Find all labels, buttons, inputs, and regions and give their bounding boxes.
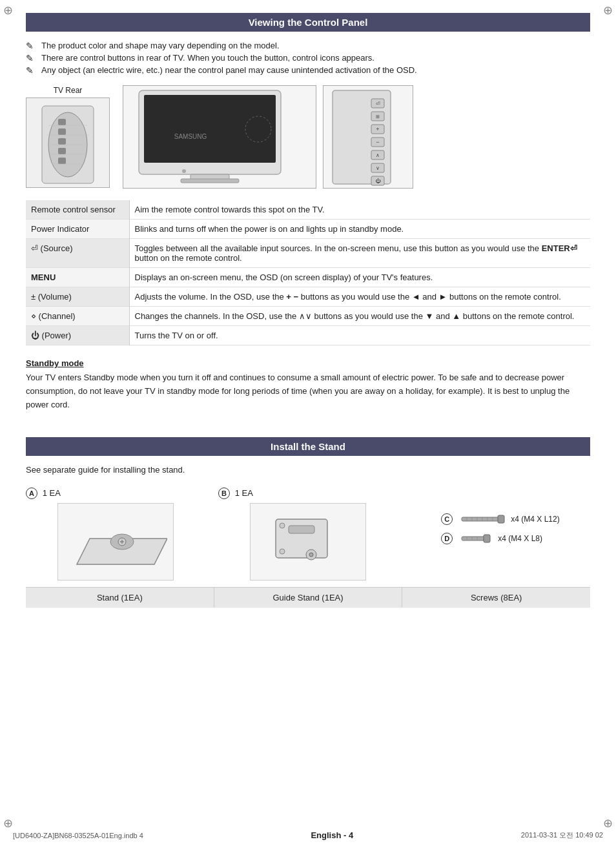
stand-item-b-label: B 1 EA: [218, 488, 253, 499]
svg-point-42: [309, 553, 313, 557]
svg-point-18: [182, 169, 186, 173]
table-cell-desc: Blinks and turns off when the power is o…: [129, 220, 590, 239]
standby-text: Your TV enters Standby mode when you tur…: [26, 371, 590, 411]
footer-center: English - 4: [311, 830, 353, 840]
svg-rect-3: [58, 128, 66, 135]
svg-rect-15: [181, 179, 239, 183]
svg-rect-46: [498, 515, 504, 523]
page-footer: [UD6400-ZA]BN68-03525A-01Eng.indb 4 Engl…: [0, 830, 616, 840]
note-item: Any object (an electric wire, etc.) near…: [26, 65, 590, 75]
stand-illustration-a: [57, 503, 174, 581]
install-stand-section: Install the Stand See separate guide for…: [26, 437, 590, 608]
note-item: There are control buttons in rear of TV.…: [26, 53, 590, 63]
svg-text:+: +: [376, 126, 379, 132]
standby-section: Standby mode Your TV enters Standby mode…: [26, 358, 590, 411]
standby-title: Standby mode: [26, 358, 590, 368]
svg-text:⊞: ⊞: [376, 114, 380, 119]
table-row: Remote control sensor Aim the remote con…: [26, 200, 590, 220]
stand-items-container: A 1 EA B 1 EA: [26, 488, 590, 581]
table-cell-desc: Changes the channels. In the OSD, use th…: [129, 307, 590, 326]
table-cell-label: Remote control sensor: [26, 200, 129, 220]
crosshair-bottom-left: ⊕: [3, 816, 13, 830]
note-item: The product color and shape may vary dep…: [26, 41, 590, 50]
svg-rect-2: [58, 119, 66, 125]
install-stand-header: Install the Stand: [26, 437, 590, 456]
letter-c: C: [441, 513, 453, 525]
table-row: ⋄ (Channel) Changes the channels. In the…: [26, 307, 590, 326]
tv-right-panel-image: ⏎ ⊞ + − ∧ ∨ ⏻: [323, 85, 413, 189]
table-row: ± (Volume) Adjusts the volume. In the OS…: [26, 287, 590, 307]
stand-item-a-label: A 1 EA: [26, 488, 61, 499]
control-panel-header: Viewing the Control Panel: [26, 13, 590, 32]
table-cell-desc: Turns the TV on or off.: [129, 326, 590, 345]
table-row: MENU Displays an on-screen menu, the OSD…: [26, 268, 590, 287]
table-cell-desc: Adjusts the volume. In the OSD, use the …: [129, 287, 590, 307]
svg-text:SAMSUNG: SAMSUNG: [174, 133, 207, 140]
tv-rear-box: TV Rear: [26, 86, 110, 188]
stand-item-a: A 1 EA: [26, 488, 205, 581]
stand-item-b: B 1 EA: [218, 488, 398, 581]
svg-rect-5: [58, 148, 66, 154]
table-row: Power Indicator Blinks and turns off whe…: [26, 220, 590, 239]
table-cell-label: ± (Volume): [26, 287, 129, 307]
svg-text:∨: ∨: [376, 165, 380, 171]
svg-rect-54: [484, 535, 490, 542]
tv-rear-image: [26, 98, 110, 188]
control-panel-section: Viewing the Control Panel The product co…: [26, 13, 590, 411]
table-cell-desc: Toggles between all the available input …: [129, 239, 590, 268]
table-cell-label: MENU: [26, 268, 129, 287]
svg-rect-45: [462, 517, 500, 521]
svg-text:⏎: ⏎: [376, 101, 380, 107]
stand-label-b: Guide Stand (1EA): [214, 588, 403, 608]
screw-row-d: D x4 (M4 X L8): [441, 533, 542, 544]
stand-label-screws: Screws (8EA): [402, 588, 590, 608]
letter-a: A: [26, 488, 37, 499]
tv-rear-label: TV Rear: [54, 86, 83, 95]
svg-text:∧: ∧: [376, 152, 380, 158]
footer-left: [UD6400-ZA]BN68-03525A-01Eng.indb 4: [13, 832, 143, 839]
screw-row-c: C x4 (M4 X L12): [441, 513, 559, 525]
screws-area: C x4 (M4 X L12): [411, 488, 590, 551]
letter-b: B: [218, 488, 230, 499]
crosshair-top-right: ⊕: [603, 3, 613, 17]
table-cell-label: ⏻ (Power): [26, 326, 129, 345]
stand-illustration-b: [250, 503, 366, 581]
table-cell-desc: Aim the remote control towards this spot…: [129, 200, 590, 220]
svg-rect-6: [58, 158, 66, 164]
table-row: ⏎ (Source) Toggles between all the avail…: [26, 239, 590, 268]
svg-rect-40: [289, 526, 314, 533]
table-cell-label: ⏎ (Source): [26, 239, 129, 268]
notes-list: The product color and shape may vary dep…: [26, 41, 590, 75]
control-panel-title: Viewing the Control Panel: [249, 17, 368, 28]
footer-right: 2011-03-31 오전 10:49 02: [521, 830, 603, 840]
diagram-area: TV Rear: [26, 85, 590, 189]
stand-label-a: Stand (1EA): [26, 588, 214, 608]
screws-inner: C x4 (M4 X L12): [435, 507, 566, 551]
svg-point-43: [280, 523, 285, 528]
svg-rect-53: [462, 537, 486, 540]
table-cell-desc: Displays an on-screen menu, the OSD (on …: [129, 268, 590, 287]
table-cell-label: ⋄ (Channel): [26, 307, 129, 326]
crosshair-top-left: ⊕: [3, 3, 13, 17]
tv-center-image: SAMSUNG: [123, 85, 316, 189]
stand-labels-bar: Stand (1EA) Guide Stand (1EA) Screws (8E…: [26, 587, 590, 608]
svg-text:⏻: ⏻: [375, 178, 381, 184]
stand-intro: See separate guide for installing the st…: [26, 465, 590, 475]
letter-d: D: [441, 533, 453, 544]
table-row: ⏻ (Power) Turns the TV on or off.: [26, 326, 590, 345]
svg-point-44: [280, 549, 285, 554]
crosshair-bottom-right: ⊕: [603, 816, 613, 830]
table-cell-label: Power Indicator: [26, 220, 129, 239]
svg-rect-13: [144, 95, 276, 163]
svg-rect-4: [58, 138, 66, 145]
svg-text:−: −: [376, 139, 379, 145]
control-panel-table: Remote control sensor Aim the remote con…: [26, 200, 590, 345]
install-stand-title: Install the Stand: [271, 441, 345, 452]
